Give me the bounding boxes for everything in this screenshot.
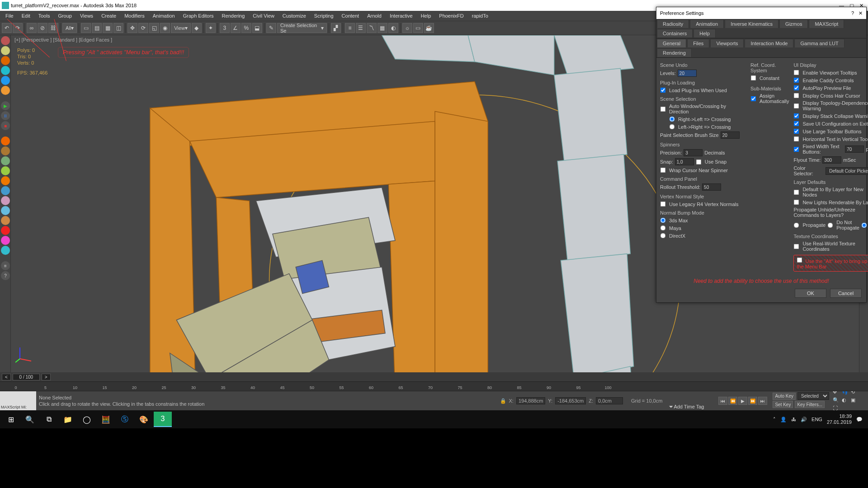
left-btn-6[interactable]: [1, 86, 10, 95]
link-button[interactable]: ∞: [27, 23, 37, 33]
chk-caddy[interactable]: [794, 78, 799, 83]
angle-snap-button[interactable]: ∠: [231, 23, 241, 33]
chk-fixedw[interactable]: [794, 146, 799, 152]
left-btn-16[interactable]: [1, 226, 10, 235]
chk-alt-menu[interactable]: [797, 258, 802, 263]
pivot-button[interactable]: ◆: [192, 23, 202, 33]
chk-crosshair[interactable]: [794, 93, 799, 99]
tab-maxscript[interactable]: MAXScript: [809, 19, 844, 28]
chk-wrap[interactable]: [660, 168, 666, 173]
dialog-help-button[interactable]: ?: [851, 10, 854, 16]
chk-assign[interactable]: [751, 96, 756, 101]
start-button[interactable]: ⊞: [2, 412, 20, 427]
menu-customize[interactable]: Customize: [279, 12, 310, 19]
calculator-icon[interactable]: 🧮: [97, 412, 115, 427]
coord-z[interactable]: 0,0cm: [596, 397, 623, 404]
tab-files[interactable]: Files: [687, 39, 709, 47]
chk-horiz[interactable]: [794, 136, 799, 142]
named-selset-button[interactable]: ✎: [266, 23, 276, 33]
select-name-button[interactable]: ▤: [92, 23, 102, 33]
chk-legacy[interactable]: [660, 202, 666, 207]
nav-max-button[interactable]: ⛶: [833, 405, 841, 413]
nav-fov-button[interactable]: ◐: [842, 397, 850, 404]
left-btn-3[interactable]: [1, 56, 10, 65]
tab-radiosity[interactable]: Radiosity: [657, 19, 689, 28]
tab-ik[interactable]: Inverse Kinematics: [725, 19, 778, 28]
move-button[interactable]: ✥: [127, 23, 137, 33]
dialog-title-bar[interactable]: Preference Settings ? ✕: [656, 7, 866, 19]
chk-saveui[interactable]: [794, 121, 799, 127]
menu-civilview[interactable]: Civil View: [249, 12, 278, 19]
chk-tooltips[interactable]: [794, 70, 799, 75]
menu-edit[interactable]: Edit: [18, 12, 34, 19]
nav-zoom-button[interactable]: 🔍: [833, 397, 841, 404]
maxscript-mini[interactable]: MAXScript Mi:: [0, 391, 36, 410]
chk-use-snap[interactable]: [696, 159, 701, 164]
menu-rendering[interactable]: Rendering: [218, 12, 249, 19]
menu-interactive[interactable]: Interactive: [386, 12, 416, 19]
menu-tools[interactable]: Tools: [35, 12, 54, 19]
snap-spinner[interactable]: [675, 158, 694, 165]
chk-auto-window[interactable]: [660, 106, 666, 112]
left-btn-13[interactable]: [1, 196, 10, 205]
menu-create[interactable]: Create: [98, 12, 120, 19]
pause-icon[interactable]: ⏸: [1, 111, 10, 120]
left-btn-7[interactable]: [1, 136, 10, 145]
search-icon[interactable]: 🔍: [21, 412, 39, 427]
explorer-icon[interactable]: 📁: [59, 412, 77, 427]
select-button[interactable]: ▭: [81, 23, 91, 33]
left-btn-5[interactable]: [1, 76, 10, 85]
nav-zoomext-button[interactable]: ▣: [851, 397, 859, 404]
tab-gamma[interactable]: Gamma and LUT: [794, 39, 844, 47]
rad-rl[interactable]: [670, 117, 675, 122]
time-slider-prev[interactable]: <: [2, 374, 11, 380]
menu-rapidto[interactable]: rapidTo: [468, 12, 492, 19]
render-setup-button[interactable]: ☼: [402, 23, 412, 33]
left-btn-15[interactable]: [1, 216, 10, 225]
left-btn-12[interactable]: [1, 186, 10, 195]
coord-x[interactable]: 194,888cm: [516, 397, 545, 404]
chk-deflayer[interactable]: [794, 189, 799, 195]
menu-phoenixfd[interactable]: PhoenixFD: [435, 12, 467, 19]
material-editor-button[interactable]: ◐: [388, 23, 398, 33]
menu-grapheditors[interactable]: Graph Editors: [179, 12, 217, 19]
windows-taskbar[interactable]: ⊞ 🔍 ⧉ 📁 ◯ 🧮 Ⓢ 🎨 3 ˄ 👤 🖧 🔊 ENG 18:39 27.0…: [0, 410, 868, 428]
3dsmax-taskbar-icon[interactable]: 3: [154, 412, 172, 427]
tab-help[interactable]: Help: [693, 29, 716, 38]
autokey-button[interactable]: Auto Key: [773, 393, 796, 400]
tray-volume-icon[interactable]: 🔊: [801, 417, 807, 422]
color-selector-combo[interactable]: Default Color Picker: [826, 167, 868, 175]
menu-modifiers[interactable]: Modifiers: [121, 12, 148, 19]
tab-animation[interactable]: Animation: [690, 19, 724, 28]
next-frame-button[interactable]: ⏩: [748, 397, 757, 405]
menu-help[interactable]: Help: [417, 12, 435, 19]
left-btn-17[interactable]: [1, 236, 10, 245]
menu-arnold[interactable]: Arnold: [363, 12, 385, 19]
taskview-icon[interactable]: ⧉: [40, 412, 58, 427]
left-btn-4[interactable]: [1, 66, 10, 75]
precision-spinner[interactable]: [684, 149, 703, 156]
menu-animation[interactable]: Animation: [149, 12, 179, 19]
unlink-button[interactable]: ⊘: [38, 23, 47, 33]
goto-start-button[interactable]: ⏮: [718, 397, 727, 405]
time-slider-next[interactable]: >: [42, 374, 51, 380]
rad-lr[interactable]: [670, 124, 675, 130]
time-slider[interactable]: < 0 / 100 >: [0, 372, 868, 381]
cancel-button[interactable]: Cancel: [830, 289, 862, 298]
align-button[interactable]: ≡: [345, 23, 355, 33]
render-frame-button[interactable]: ▭: [413, 23, 423, 33]
tray-people-icon[interactable]: 👤: [780, 417, 787, 422]
chk-autoplay[interactable]: [794, 85, 799, 91]
brush-spinner[interactable]: [721, 131, 740, 139]
rad-donot[interactable]: [828, 222, 833, 228]
paint-icon[interactable]: 🎨: [135, 412, 153, 427]
rad-propagate[interactable]: [794, 222, 799, 228]
tray-notifications-icon[interactable]: 💬: [856, 417, 863, 422]
key-mode-combo[interactable]: Selected: [797, 392, 829, 400]
left-btn-1[interactable]: [1, 36, 10, 45]
coord-y[interactable]: -184,653cm: [555, 397, 586, 404]
play-button[interactable]: ▶: [738, 397, 747, 405]
snap-button[interactable]: 3: [220, 23, 230, 33]
schematic-button[interactable]: ▦: [377, 23, 387, 33]
rotate-button[interactable]: ⟳: [138, 23, 148, 33]
